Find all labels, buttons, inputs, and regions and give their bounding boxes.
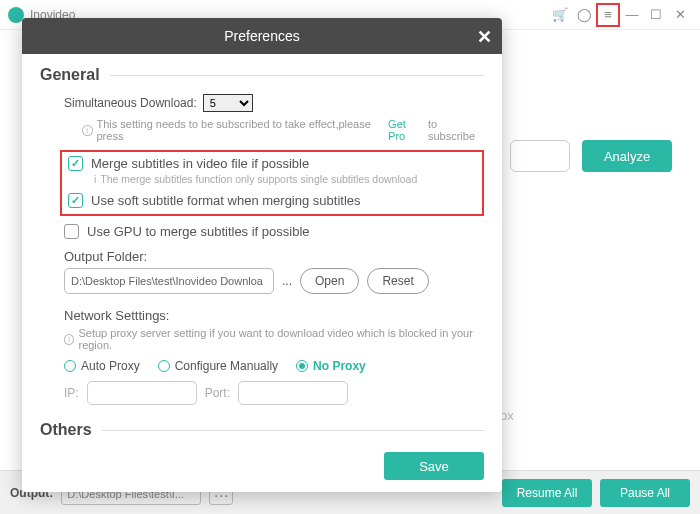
dialog-body: General Simultaneous Download: 5 i This … [22,54,502,442]
soft-subtitle-checkbox[interactable]: ✓ [68,193,83,208]
ip-input[interactable] [87,381,197,405]
url-input[interactable] [510,140,570,172]
soft-subtitle-label: Use soft subtitle format when merging su… [91,193,361,208]
menu-icon[interactable]: ≡ [596,3,620,27]
info-icon: i [94,173,96,185]
save-button[interactable]: Save [384,452,484,480]
info-icon: i [82,125,93,136]
section-general: General [40,66,484,84]
output-folder-label: Output Folder: [64,249,484,264]
maximize-icon[interactable]: ☐ [644,5,668,25]
output-folder-input[interactable] [64,268,274,294]
port-label: Port: [205,386,230,400]
analyze-button[interactable]: Analyze [582,140,672,172]
section-others: Others [40,421,484,439]
network-settings-label: Network Setttings: [64,308,484,323]
sim-download-label: Simultaneous Download: [64,96,197,110]
info-icon: i [64,334,74,345]
reset-button[interactable]: Reset [367,268,428,294]
configure-manually-radio[interactable]: Configure Manually [158,359,278,373]
highlighted-subtitle-options: ✓ Merge subtitles in video file if possi… [60,150,484,216]
merge-subtitles-checkbox[interactable]: ✓ [68,156,83,171]
port-input[interactable] [238,381,348,405]
cart-icon[interactable]: 🛒 [548,5,572,25]
close-icon[interactable]: ✕ [668,5,692,25]
sim-download-select[interactable]: 5 [203,94,253,112]
merge-subtitles-label: Merge subtitles in video file if possibl… [91,156,309,171]
preferences-dialog: Preferences ✕ General Simultaneous Downl… [22,18,502,492]
no-proxy-radio[interactable]: No Proxy [296,359,366,373]
dialog-header: Preferences ✕ [22,18,502,54]
pause-all-button[interactable]: Pause All [600,479,690,507]
user-icon[interactable]: ◯ [572,5,596,25]
dialog-close-icon[interactable]: ✕ [477,26,492,48]
dialog-footer: Save [22,442,502,492]
resume-all-button[interactable]: Resume All [502,479,592,507]
ip-label: IP: [64,386,79,400]
gpu-subtitle-label: Use GPU to merge subtitles if possible [87,224,310,239]
background-text: ox [500,408,514,423]
dialog-title: Preferences [224,28,299,44]
network-settings-note: i Setup proxy server setting if you want… [64,327,484,351]
gpu-subtitle-checkbox[interactable]: ✓ [64,224,79,239]
merge-subtitles-note: i The merge subtitles function only supp… [94,173,476,185]
sim-download-note: i This setting needs to be subscribed to… [82,118,484,142]
open-button[interactable]: Open [300,268,359,294]
get-pro-link[interactable]: Get Pro [388,118,424,142]
window-controls: 🛒 ◯ ≡ — ☐ ✕ [548,3,692,27]
auto-proxy-radio[interactable]: Auto Proxy [64,359,140,373]
minimize-icon[interactable]: — [620,5,644,25]
